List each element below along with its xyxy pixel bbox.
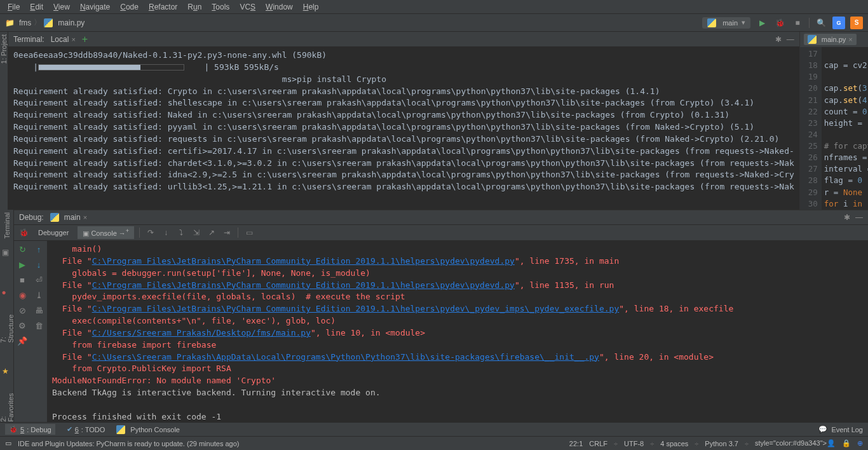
status-bar: ▭ IDE and Plugin Updates: PyCharm is rea…: [0, 436, 868, 450]
step-out-icon[interactable]: ↗: [206, 227, 217, 238]
indent-setting[interactable]: 4 spaces: [660, 440, 688, 447]
terminal-panel: Terminal: Local × + ✱ — 0eea6eeaa9c39ddb…: [8, 32, 799, 210]
menu-run[interactable]: Run: [182, 3, 207, 11]
gear-icon[interactable]: ✱: [844, 213, 850, 222]
python-file-icon: [808, 35, 817, 44]
stop-icon[interactable]: ■: [17, 274, 28, 285]
menu-help[interactable]: Help: [298, 3, 324, 11]
left-rail: Terminal ▣ ● 7: Structure ★ 2: Favorites: [0, 210, 14, 422]
folder-icon: [5, 18, 17, 27]
menu-navigate[interactable]: Navigate: [75, 3, 115, 11]
goto-icon[interactable]: ⊕: [857, 439, 863, 447]
terminal-icon[interactable]: ▣: [2, 248, 12, 258]
mute-breakpoints-icon[interactable]: ⊘: [17, 304, 28, 316]
menu-tools[interactable]: Tools: [207, 3, 234, 11]
python-console-tool-tab[interactable]: Python Console: [116, 425, 180, 434]
inspection-icon[interactable]: style="color:#d9a343">👤: [755, 439, 836, 447]
todo-tool-tab[interactable]: ✔ 6: TODO: [67, 425, 105, 433]
debug-config-tab[interactable]: main ×: [50, 213, 87, 222]
stop-button[interactable]: ■: [791, 17, 804, 29]
caret-position[interactable]: 22:1: [569, 440, 583, 447]
clear-icon[interactable]: 🗑: [33, 320, 44, 331]
menu-code[interactable]: Code: [115, 3, 144, 11]
menu-file[interactable]: FFileile: [3, 3, 25, 11]
resume-icon[interactable]: ▶: [17, 259, 28, 270]
new-terminal-button[interactable]: +: [82, 34, 88, 45]
run-to-cursor-icon[interactable]: ⇥: [221, 227, 233, 238]
gear-icon[interactable]: ✱: [775, 35, 782, 44]
favorites-tool-tab[interactable]: 2: Favorites: [0, 386, 15, 422]
breadcrumb-folder[interactable]: fms: [19, 18, 31, 27]
run-button[interactable]: ▶: [756, 17, 768, 29]
step-into-my-icon[interactable]: ⤵: [175, 227, 187, 238]
pin-icon[interactable]: 📌: [17, 335, 28, 346]
python-interpreter[interactable]: Python 3.7: [705, 440, 738, 447]
python-icon: [50, 213, 59, 222]
up-icon[interactable]: ↑: [33, 243, 44, 255]
traceback-link[interactable]: C:\Program Files\JetBrains\PyCharm Commu…: [92, 256, 515, 266]
event-log-icon: 💬: [818, 425, 827, 433]
debug-button[interactable]: 🐞: [773, 17, 786, 29]
force-step-icon[interactable]: ⇲: [191, 227, 202, 238]
project-tool-tab[interactable]: 1: Project: [0, 34, 8, 64]
menu-view[interactable]: View: [48, 3, 75, 11]
wrap-icon[interactable]: ⏎: [33, 274, 44, 285]
traceback-link[interactable]: C:\Program Files\JetBrains\PyCharm Commu…: [92, 280, 515, 290]
step-over-icon[interactable]: ↷: [145, 227, 156, 238]
search-icon[interactable]: 🔍: [815, 17, 827, 29]
stackoverflow-search-icon[interactable]: S: [850, 17, 863, 29]
rerun-icon[interactable]: ↻: [17, 243, 28, 255]
python-file-icon: [44, 18, 53, 27]
traceback-link[interactable]: C:\Users\Sreeram Prakash\AppData\Local\P…: [92, 352, 599, 362]
file-encoding[interactable]: UTF-8: [624, 440, 644, 447]
down-icon[interactable]: ↓: [33, 259, 44, 270]
star-icon[interactable]: ★: [2, 367, 12, 377]
menu-window[interactable]: Window: [261, 3, 298, 11]
menu-edit[interactable]: Edit: [25, 3, 48, 11]
settings-icon[interactable]: ⚙: [17, 320, 28, 331]
python-icon: [116, 425, 125, 434]
debugger-tab[interactable]: Debugger: [33, 228, 74, 238]
left-tool-tabs: 1: Project: [0, 32, 8, 210]
line-separator[interactable]: CRLF: [589, 440, 607, 447]
minimize-icon[interactable]: —: [855, 213, 863, 222]
scroll-icon[interactable]: ⤓: [33, 289, 44, 301]
close-icon[interactable]: ×: [848, 36, 852, 43]
debug-panel: Debug: main × ✱ — 🐞 Debugger ▣ Console →…: [14, 210, 868, 426]
status-message[interactable]: IDE and Plugin Updates: PyCharm is ready…: [18, 440, 240, 447]
run-config-selector[interactable]: main ▾: [702, 17, 750, 29]
console-tab[interactable]: ▣ Console →+: [78, 226, 134, 239]
debug-tool-tab[interactable]: 🐞 5: 5: DebugDebug: [5, 424, 55, 435]
google-search-icon[interactable]: G: [832, 17, 845, 29]
close-icon[interactable]: ×: [83, 214, 87, 221]
close-icon[interactable]: ×: [71, 36, 75, 43]
view-breakpoints-icon[interactable]: ◉: [17, 289, 28, 301]
editor-tab-main[interactable]: main.py ×: [804, 34, 857, 45]
python-icon: [707, 18, 716, 27]
bug-icon: 🐞: [18, 227, 29, 238]
menu-vcs[interactable]: VCS: [234, 3, 261, 11]
step-into-icon[interactable]: ↓: [160, 227, 172, 238]
traceback-link[interactable]: C:\Program Files\JetBrains\PyCharm Commu…: [92, 304, 620, 313]
code-editor[interactable]: 17 18 19 20 21 22 23 24 25 26 27 28 29 3…: [800, 47, 868, 210]
status-icon[interactable]: ▭: [5, 439, 11, 447]
lock-icon[interactable]: 🔒: [842, 439, 851, 447]
print-icon[interactable]: 🖶: [33, 304, 44, 316]
traceback-link[interactable]: C:/Users/Sreeram Prakash/Desktop/fms/mai…: [92, 328, 311, 338]
debug-console-output[interactable]: main() File "C:\Program Files\JetBrains\…: [47, 241, 868, 426]
bottom-tool-tabs: 🐞 5: 5: DebugDebug ✔ 6: TODO Python Cons…: [0, 422, 868, 436]
terminal-output[interactable]: 0eea6eeaa9c39ddb89a40/Naked-0.1.31-py2.p…: [8, 47, 799, 210]
menu-refactor[interactable]: Refactor: [144, 3, 182, 11]
chevron-down-icon: ▾: [742, 18, 745, 27]
terminal-tool-tab[interactable]: Terminal: [3, 212, 11, 239]
todo-icon: ✔: [67, 425, 72, 433]
breadcrumb-file[interactable]: main.py: [58, 18, 85, 27]
navigation-bar: fms 〉 main.py main ▾ ▶ 🐞 ■ 🔍 G S: [0, 14, 868, 32]
debug-run-controls: ↻ ▶ ■ ◉ ⊘ ⚙ 📌: [14, 241, 31, 426]
minimize-icon[interactable]: —: [787, 35, 794, 44]
structure-tool-tab[interactable]: 7: Structure: [0, 307, 15, 343]
event-log-tab[interactable]: Event Log: [831, 426, 863, 433]
terminal-tab-local[interactable]: Local ×: [51, 35, 76, 44]
breakpoint-icon[interactable]: ●: [2, 288, 12, 298]
evaluate-icon[interactable]: ▭: [243, 227, 255, 238]
